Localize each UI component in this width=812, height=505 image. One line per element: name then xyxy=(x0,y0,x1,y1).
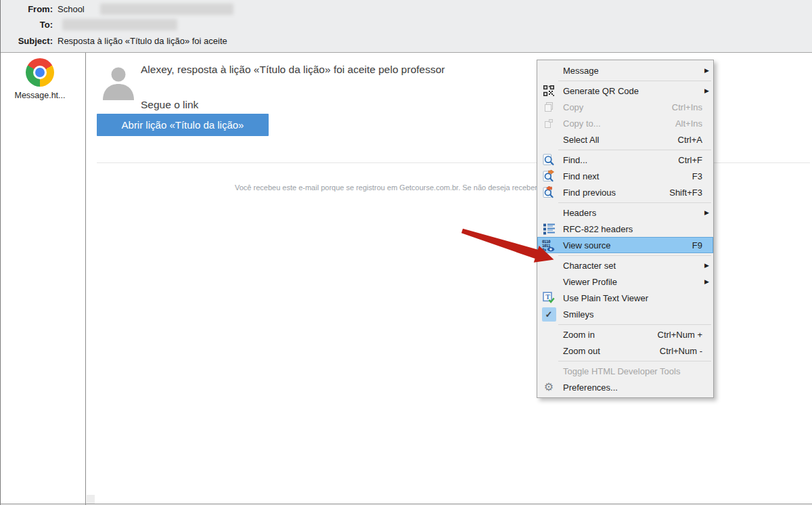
menu-item-label: Copy xyxy=(559,102,672,112)
find-next-icon xyxy=(539,170,559,182)
menu-item-rfc-822-headers[interactable]: RFC-822 headers xyxy=(537,221,713,237)
menu-item-select-all[interactable]: Select AllCtrl+A xyxy=(537,131,713,148)
gear-icon: ⚙ xyxy=(539,382,559,393)
menu-item-character-set[interactable]: Character set▶ xyxy=(537,257,713,273)
avatar xyxy=(100,64,137,100)
header-row-from: From:School xyxy=(0,3,85,16)
menu-separator xyxy=(558,150,711,150)
menu-item-label: Zoom in xyxy=(559,330,658,340)
find-previous-icon xyxy=(539,186,559,198)
email-footer-text: Você recebeu este e-mail porque se regis… xyxy=(235,183,549,192)
menu-item-label: Toggle HTML Developer Tools xyxy=(559,366,702,376)
menu-item-label: Character set xyxy=(559,261,702,271)
rfc-822-headers-icon xyxy=(539,223,559,235)
menu-item-viewer-profile[interactable]: Viewer Profile▶ xyxy=(537,273,713,290)
menu-item-label: View source xyxy=(559,240,692,250)
menu-item-label: Use Plain Text Viewer xyxy=(559,293,702,303)
email-heading: Alexey, resposta à lição «Título da liçã… xyxy=(141,64,445,76)
menu-separator xyxy=(558,202,711,203)
submenu-arrow-icon: ▶ xyxy=(702,209,713,216)
redacted-from-address xyxy=(100,3,233,15)
email-viewer-window: From:School To: Subject:Resposta à lição… xyxy=(0,0,812,505)
attachment-item[interactable]: Message.ht... xyxy=(5,58,75,100)
menu-item-smileys[interactable]: ✓Smileys xyxy=(537,306,713,322)
open-lesson-button[interactable]: Abrir lição «Título da lição» xyxy=(97,114,269,136)
svg-text:T: T xyxy=(545,293,550,301)
menu-item-headers[interactable]: Headers▶ xyxy=(537,204,713,221)
copy-to-icon xyxy=(539,118,559,129)
menu-item-shortcut: Ctrl+Ins xyxy=(672,102,702,112)
menu-item-label: Copy to... xyxy=(559,118,675,129)
menu-item-label: Smileys xyxy=(559,309,702,320)
menu-item-zoom-in[interactable]: Zoom inCtrl+Num + xyxy=(537,326,713,343)
menu-item-find[interactable]: Find...Ctrl+F xyxy=(537,152,713,168)
menu-item-shortcut: Ctrl+Num - xyxy=(660,346,702,356)
subject-value: Resposta à lição «Título da lição» foi a… xyxy=(58,36,227,46)
scrollbar-corner xyxy=(87,495,95,504)
header-row-subject: Subject:Resposta à lição «Título da liçã… xyxy=(0,35,227,47)
menu-item-copy[interactable]: CopyCtrl+Ins xyxy=(537,99,713,115)
plain-text-viewer-icon: T xyxy=(539,292,559,304)
menu-separator xyxy=(558,361,711,361)
menu-item-label: Headers xyxy=(559,208,702,218)
redacted-to-address xyxy=(62,19,177,30)
menu-item-label: Zoom out xyxy=(559,346,660,356)
menu-item-preferences[interactable]: ⚙Preferences... xyxy=(537,379,713,395)
menu-item-shortcut: Ctrl+Num + xyxy=(658,330,702,340)
from-value: School xyxy=(58,4,85,14)
menu-item-label: Find previous xyxy=(559,188,669,198)
window-bottom-border xyxy=(0,504,812,504)
menu-item-label: Find next xyxy=(559,171,692,181)
menu-item-shortcut: Ctrl+A xyxy=(678,135,702,145)
to-label: To: xyxy=(0,19,58,31)
menu-item-message[interactable]: Message▶ xyxy=(537,62,713,79)
submenu-arrow-icon: ▶ xyxy=(702,67,713,74)
email-link-intro: Segue o link xyxy=(141,99,198,111)
menu-item-generate-qr-code[interactable]: Generate QR Code▶ xyxy=(537,83,713,99)
menu-item-label: Find... xyxy=(559,155,678,165)
menu-item-shortcut: Ctrl+F xyxy=(678,155,702,165)
menu-item-label: Message xyxy=(559,66,702,76)
chrome-icon xyxy=(26,58,54,87)
context-menu: Message▶Generate QR Code▶CopyCtrl+InsCop… xyxy=(537,60,714,398)
menu-item-shortcut: F3 xyxy=(692,171,702,181)
attachment-file-name: Message.ht... xyxy=(5,91,75,100)
copy-icon xyxy=(539,102,559,112)
menu-item-copy-to[interactable]: Copy to...Alt+Ins xyxy=(537,115,713,131)
menu-separator xyxy=(558,255,711,256)
menu-item-find-previous[interactable]: Find previousShift+F3 xyxy=(537,184,713,200)
header-row-to: To: xyxy=(0,19,58,31)
from-label: From: xyxy=(0,3,58,16)
pane-divider xyxy=(85,53,86,505)
submenu-arrow-icon: ▶ xyxy=(702,262,713,269)
menu-item-label: Viewer Profile xyxy=(559,277,702,287)
svg-text:0x: 0x xyxy=(542,246,547,251)
view-source-icon: 011010110x xyxy=(539,239,559,252)
find-icon xyxy=(539,154,559,166)
attachment-pane: Message.ht... xyxy=(1,53,85,504)
menu-item-label: Preferences... xyxy=(559,382,702,393)
menu-item-use-plain-text-viewer[interactable]: TUse Plain Text Viewer xyxy=(537,290,713,306)
menu-item-toggle-html-developer-tools[interactable]: Toggle HTML Developer Tools xyxy=(537,363,713,379)
subject-label: Subject: xyxy=(0,35,58,47)
menu-separator xyxy=(558,324,711,325)
menu-item-zoom-out[interactable]: Zoom outCtrl+Num - xyxy=(537,343,713,359)
submenu-arrow-icon: ▶ xyxy=(702,87,713,94)
menu-item-label: Select All xyxy=(559,135,678,145)
window-left-border xyxy=(0,0,1,505)
menu-item-shortcut: Alt+Ins xyxy=(675,118,702,129)
menu-item-view-source[interactable]: 011010110xView sourceF9 xyxy=(537,237,713,253)
menu-item-find-next[interactable]: Find nextF3 xyxy=(537,168,713,184)
menu-item-label: Generate QR Code xyxy=(559,86,702,96)
message-header: From:School To: Subject:Resposta à lição… xyxy=(0,0,812,53)
qr-code-icon xyxy=(539,85,559,97)
menu-separator xyxy=(558,81,711,81)
menu-item-label: RFC-822 headers xyxy=(559,224,702,234)
submenu-arrow-icon: ▶ xyxy=(702,278,713,285)
menu-item-shortcut: F9 xyxy=(692,240,702,250)
menu-item-shortcut: Shift+F3 xyxy=(669,188,702,198)
checkmark-icon: ✓ xyxy=(539,307,559,322)
